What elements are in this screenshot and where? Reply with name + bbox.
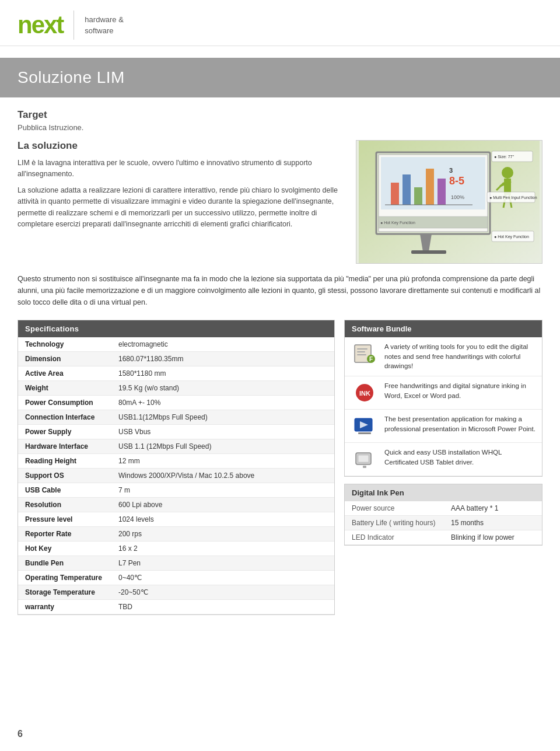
digital-pen-label: LED Indicator	[345, 530, 444, 545]
spec-row: Pressure level1024 levels	[18, 512, 334, 527]
spec-value: electromagnetic	[111, 337, 334, 352]
svg-rect-39	[358, 432, 371, 434]
software-item: Quick and easy USB installation WHQL Cer…	[345, 443, 542, 476]
spec-row: Bundle PenL7 Pen	[18, 556, 334, 571]
svg-text:● Size: 77": ● Size: 77"	[494, 155, 514, 159]
spec-row: Hot Key16 x 2	[18, 542, 334, 556]
svg-point-14	[502, 167, 513, 179]
page: next hardware & software Soluzione LIM T…	[0, 0, 560, 751]
spec-row: Power Consumption80mA +- 10%	[18, 396, 334, 410]
spec-row: warrantyTBD	[18, 600, 334, 614]
title-banner: Soluzione LIM	[0, 58, 560, 97]
spec-label: Resolution	[18, 498, 111, 512]
software-bundle-section: Software Bundle FA variety of writing to…	[344, 320, 542, 477]
logo: next	[18, 13, 63, 37]
digital-pen-table: Power sourceAAA battery * 1Battery Life …	[345, 501, 542, 545]
power-presenter-icon	[351, 414, 379, 438]
spec-row: USB Cable7 m	[18, 483, 334, 498]
svg-text:F: F	[369, 356, 373, 362]
spec-label: Storage Temperature	[18, 585, 111, 600]
spec-label: Weight	[18, 381, 111, 396]
pubblica-text: Pubblica Istruzione.	[18, 123, 542, 132]
spec-label: Hot Key	[18, 542, 111, 556]
whiteboard-illustration: ● Hot Key Function ● Size	[359, 141, 540, 263]
software-item-text: Free handwritings and digital signature …	[384, 381, 536, 400]
spec-value: 1680.07*1180.35mm	[111, 352, 334, 366]
svg-rect-7	[426, 169, 434, 205]
digital-pen-value: 15 months	[444, 516, 542, 530]
spec-value: 80mA +- 10%	[111, 396, 334, 410]
spec-label: Operating Temperature	[18, 571, 111, 585]
spec-row: Hardware InterfaceUSB 1.1 (12Mbps Full S…	[18, 439, 334, 454]
svg-rect-41	[358, 455, 369, 462]
spec-label: Hardware Interface	[18, 439, 111, 454]
svg-text:3: 3	[449, 167, 453, 174]
target-label: Target	[18, 109, 542, 121]
spec-row: Technologyelectromagnetic	[18, 337, 334, 352]
spec-row: Operating Temperature0~40℃	[18, 571, 334, 585]
spec-value: 7 m	[111, 483, 334, 498]
page-title: Soluzione LIM	[18, 68, 542, 87]
svg-text:● Hot Key Function: ● Hot Key Function	[380, 221, 415, 225]
svg-rect-13	[411, 250, 446, 254]
spec-label: Support OS	[18, 469, 111, 483]
spec-label: warranty	[18, 600, 111, 614]
software-bundle-header: Software Bundle	[345, 320, 542, 337]
spec-value: 16 x 2	[111, 542, 334, 556]
svg-rect-31	[357, 351, 365, 352]
spec-value: 1580*1180 mm	[111, 366, 334, 381]
spec-row: Support OSWindows 2000/XP/Vista / Mac 10…	[18, 469, 334, 483]
svg-rect-32	[357, 354, 366, 355]
spec-label: Power Consumption	[18, 396, 111, 410]
digital-ink-pen-section: Digital Ink Pen Power sourceAAA battery …	[344, 484, 542, 546]
content: Target Pubblica Istruzione. La soluzione…	[0, 97, 560, 627]
spec-value: USB Vbus	[111, 425, 334, 439]
spec-label: Pressure level	[18, 512, 111, 527]
software-item: The best presentation application for ma…	[345, 410, 542, 443]
spec-row: Reading Height12 mm	[18, 454, 334, 469]
spec-row: Storage Temperature-20~50℃	[18, 585, 334, 600]
specifications-table: TechnologyelectromagneticDimension1680.0…	[18, 337, 334, 614]
digital-pen-value: AAA battery * 1	[444, 501, 542, 516]
specifications-header: Specifications	[18, 320, 334, 337]
intro-paragraph-2: La soluzione adatta a realizzare lezioni…	[18, 185, 344, 230]
spec-value: 200 rps	[111, 527, 334, 542]
svg-text:INK: INK	[359, 390, 370, 397]
svg-text:● Hot Key Function: ● Hot Key Function	[494, 235, 529, 239]
header: next hardware & software	[0, 0, 560, 46]
intro-paragraph-1: LIM è la lavagna interattiva per le scuo…	[18, 158, 344, 180]
svg-rect-8	[438, 179, 446, 205]
spec-row: Dimension1680.07*1180.35mm	[18, 352, 334, 366]
spec-row: Power SupplyUSB Vbus	[18, 425, 334, 439]
digital-pen-value: Blinking if low power	[444, 530, 542, 545]
spec-value: 600 Lpi above	[111, 498, 334, 512]
intro-image: ● Hot Key Function ● Size	[356, 140, 542, 264]
digital-ink-pen-header: Digital Ink Pen	[345, 484, 542, 501]
spec-value: L7 Pen	[111, 556, 334, 571]
digital-pen-row: Power sourceAAA battery * 1	[345, 501, 542, 516]
software-item-text: The best presentation application for ma…	[384, 414, 536, 434]
page-number: 6	[18, 729, 23, 739]
spec-row: Active Area1580*1180 mm	[18, 366, 334, 381]
software-item: INKFree handwritings and digital signatu…	[345, 376, 542, 410]
office-ink-icon: INK	[351, 381, 379, 404]
logo-divider	[74, 11, 74, 40]
spec-label: Dimension	[18, 352, 111, 366]
spec-label: USB Cable	[18, 483, 111, 498]
software-items: FA variety of writing tools for you to e…	[345, 337, 542, 476]
spec-row: Connection InterfaceUSB1.1(12Mbps Full S…	[18, 410, 334, 425]
spec-value: USB 1.1 (12Mbps Full Speed)	[111, 439, 334, 454]
notes-icon: F	[351, 342, 379, 365]
svg-rect-42	[363, 466, 366, 468]
spec-label: Reading Height	[18, 454, 111, 469]
spec-value: 12 mm	[111, 454, 334, 469]
right-column: Software Bundle FA variety of writing to…	[344, 320, 542, 615]
software-item-text: Quick and easy USB installation WHQL Cer…	[384, 448, 536, 467]
spec-value: TBD	[111, 600, 334, 614]
svg-text:8-5: 8-5	[449, 175, 464, 187]
logo-subtitle: hardware & software	[85, 14, 123, 37]
svg-text:100%: 100%	[451, 194, 464, 200]
software-item-text: A variety of writing tools for you to ed…	[384, 342, 536, 371]
spec-row: Resolution600 Lpi above	[18, 498, 334, 512]
spec-label: Technology	[18, 337, 111, 352]
